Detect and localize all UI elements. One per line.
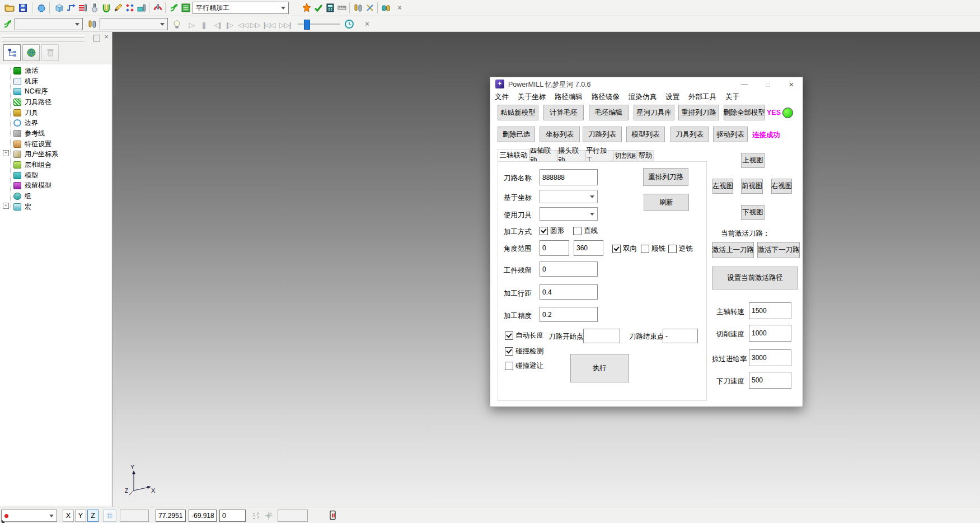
cursor-x-input[interactable] bbox=[156, 510, 186, 522]
flash-tool-icon[interactable] bbox=[301, 2, 312, 13]
use-tool-select[interactable] bbox=[540, 207, 598, 221]
z-axis-button[interactable]: Z bbox=[87, 510, 99, 522]
tree-item-nc-programs[interactable]: NC程序 bbox=[13, 86, 48, 96]
minimize-button[interactable]: — bbox=[735, 78, 753, 90]
tool-pair-icon[interactable] bbox=[353, 2, 364, 13]
fast-forward-button[interactable]: ▷▷ bbox=[250, 20, 261, 30]
step-forward-button[interactable]: |▷ bbox=[224, 20, 235, 30]
tree-item-macros[interactable]: 宏 bbox=[13, 202, 31, 212]
u-channel-icon[interactable] bbox=[101, 2, 112, 13]
drive-list-button[interactable]: 驱动列表 bbox=[713, 127, 748, 142]
view-left-button[interactable]: 左视图 bbox=[712, 179, 733, 194]
view-front-button[interactable]: 前视图 bbox=[741, 179, 763, 194]
tab-explorer-tree[interactable] bbox=[3, 44, 21, 61]
check-tool-icon[interactable] bbox=[313, 2, 324, 13]
tree-item-stock-models[interactable]: 残留模型 bbox=[13, 180, 51, 190]
menu-render-sim[interactable]: 渲染仿真 bbox=[628, 91, 657, 103]
expander-icon[interactable]: + bbox=[3, 203, 9, 209]
collision-check-checkbox[interactable]: 碰撞检测 bbox=[505, 347, 543, 356]
tab-4axis[interactable]: 四轴联动 bbox=[529, 150, 557, 161]
spindle-speed-input[interactable] bbox=[749, 302, 791, 319]
tp-start-input[interactable] bbox=[583, 329, 620, 343]
angle-to-input[interactable] bbox=[574, 240, 603, 256]
rearrange-toolpaths-button[interactable]: 重排列刀路 bbox=[643, 168, 688, 186]
set-active-path-button[interactable]: 设置当前激活路径 bbox=[712, 267, 798, 289]
line-checkbox[interactable]: 直线 bbox=[573, 226, 598, 236]
tree-item-machine[interactable]: 机床 bbox=[13, 76, 38, 86]
tree-item-workplanes[interactable]: 用户坐标系 bbox=[13, 149, 58, 159]
toolpath-jump-icon[interactable] bbox=[65, 2, 77, 13]
rearrange-toolpaths-button[interactable]: 重排列刀路 bbox=[678, 105, 719, 120]
strategy-list-icon[interactable] bbox=[180, 2, 191, 13]
save-icon[interactable] bbox=[17, 2, 29, 13]
rewind-button[interactable]: ◁◁ bbox=[237, 20, 248, 30]
activate-next-toolpath-button[interactable]: 激活下一刀路 bbox=[757, 242, 800, 258]
toolpath-s-icon[interactable] bbox=[168, 2, 180, 13]
tab-3axis[interactable]: 三轴联动 bbox=[498, 149, 529, 161]
cursor-y-input[interactable] bbox=[189, 510, 217, 522]
coord-list-button[interactable]: 坐标列表 bbox=[540, 127, 580, 142]
featureset-diamonds-icon[interactable] bbox=[124, 2, 135, 13]
open-folder-icon[interactable] bbox=[4, 2, 15, 13]
menu-path-edit[interactable]: 路径编辑 bbox=[554, 91, 583, 103]
menu-about-coords[interactable]: 关于坐标 bbox=[517, 91, 546, 103]
tree-item-toolpaths[interactable]: 刀具路径 bbox=[13, 97, 51, 107]
mobile-pause-icon[interactable] bbox=[328, 510, 338, 522]
calculator-icon[interactable] bbox=[325, 2, 336, 13]
tolerance-input[interactable] bbox=[540, 307, 598, 322]
menu-external-tools[interactable]: 外部工具 bbox=[688, 91, 717, 103]
pattern-pencil-icon[interactable] bbox=[112, 2, 124, 13]
view-right-button[interactable]: 右视图 bbox=[771, 179, 792, 194]
based-coord-select[interactable] bbox=[540, 190, 598, 203]
tab-parallel[interactable]: 平行加工 bbox=[585, 150, 613, 161]
tree-item-groups[interactable]: 组 bbox=[13, 191, 31, 201]
block-edit-button[interactable]: 毛坯编辑 bbox=[589, 105, 629, 120]
nc-cylinders-icon[interactable] bbox=[381, 2, 392, 13]
menu-about[interactable]: 关于 bbox=[725, 91, 740, 103]
conventional-checkbox[interactable]: 逆铣 bbox=[668, 244, 693, 254]
play-button[interactable]: ▷ bbox=[186, 20, 197, 30]
delete-all-models-button[interactable]: 删除全部模型 bbox=[724, 105, 765, 120]
tool-list-button[interactable]: 刀具列表 bbox=[670, 127, 709, 142]
bidirectional-checkbox[interactable]: 双向 bbox=[612, 244, 637, 254]
x-axis-button[interactable]: X bbox=[63, 510, 74, 522]
refresh-button[interactable]: 刷新 bbox=[644, 194, 689, 211]
ruler-icon[interactable] bbox=[336, 2, 348, 13]
menu-settings[interactable]: 设置 bbox=[665, 91, 680, 103]
angle-from-input[interactable] bbox=[540, 240, 569, 256]
view-top-button[interactable]: 上视图 bbox=[741, 153, 765, 168]
toolpath-name-input[interactable] bbox=[540, 169, 598, 185]
sphere-tool-icon[interactable] bbox=[36, 2, 47, 13]
tree-item-boundaries[interactable]: 边界 bbox=[13, 118, 38, 128]
grid-toggle-button[interactable] bbox=[103, 510, 116, 522]
tolerance-status-input[interactable] bbox=[278, 510, 308, 522]
expander-icon[interactable]: + bbox=[3, 150, 9, 156]
speed-slider-handle[interactable] bbox=[304, 20, 310, 30]
cursor-z-input[interactable] bbox=[219, 510, 246, 522]
menu-file[interactable]: 文件 bbox=[494, 91, 509, 103]
xyz-list-icon[interactable] bbox=[252, 511, 261, 522]
tool-block-icon[interactable] bbox=[136, 2, 147, 13]
pause-button[interactable]: || bbox=[198, 20, 209, 30]
plunge-feed-input[interactable] bbox=[749, 372, 791, 389]
transform-arrows-icon[interactable] bbox=[364, 2, 376, 13]
toolpath-combo[interactable] bbox=[15, 18, 83, 30]
tree-item-levels-sets[interactable]: 层和组合 bbox=[13, 160, 51, 170]
stock-allowance-input[interactable] bbox=[540, 262, 598, 277]
close-icon[interactable]: × bbox=[394, 2, 405, 13]
tree-item-feature-sets[interactable]: 特征设置 bbox=[13, 139, 51, 149]
tools-icon[interactable] bbox=[87, 18, 98, 30]
jump-start-button[interactable]: |◁◁ bbox=[262, 20, 276, 30]
execute-button[interactable]: 执行 bbox=[570, 354, 629, 382]
activate-prev-toolpath-button[interactable]: 激活上一刀路 bbox=[712, 242, 754, 258]
view-bottom-button[interactable]: 下视图 bbox=[741, 205, 765, 220]
axis-probe-icon[interactable] bbox=[264, 511, 273, 522]
delete-selected-button[interactable]: 删除已选 bbox=[498, 127, 535, 142]
tab-explorer-trash[interactable] bbox=[41, 44, 59, 61]
collision-avoid-checkbox[interactable]: 碰撞避让 bbox=[505, 361, 543, 371]
dialog-titlebar[interactable]: PowerMILL 忆梦星河 7.0.6 — □ × bbox=[490, 77, 803, 91]
tp-end-input[interactable] bbox=[663, 329, 698, 343]
ball-tool-icon[interactable] bbox=[89, 2, 100, 13]
explorer-header[interactable]: × bbox=[0, 34, 112, 43]
tab-explorer-world[interactable] bbox=[22, 44, 40, 61]
